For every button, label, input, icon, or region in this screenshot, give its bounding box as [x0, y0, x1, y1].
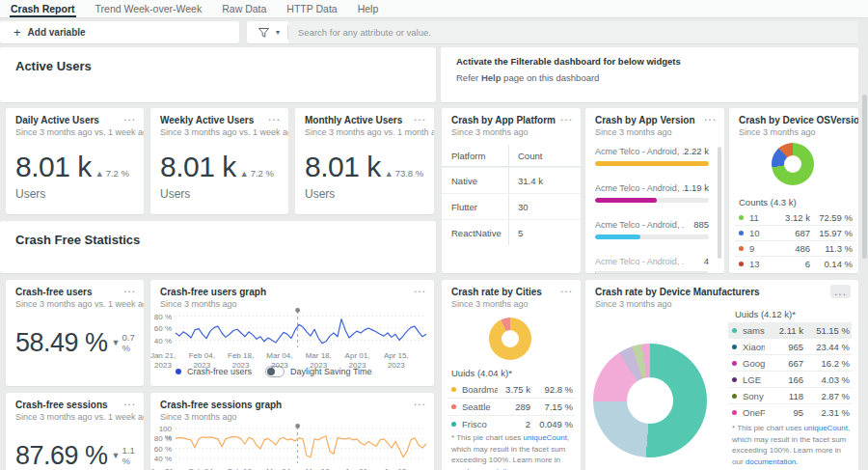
legend-row[interactable]: Boardman3.75 k92.8 %: [448, 381, 575, 398]
section-title: Crash Free Statistics: [15, 233, 140, 247]
legend-label: 9: [749, 243, 777, 254]
legend-percent: 2.31 %: [803, 407, 852, 418]
widget-menu-button[interactable]: ...: [123, 282, 136, 295]
legend-row[interactable]: Xiaomi96523.44 %: [728, 338, 852, 354]
legend-row[interactable]: LGE1664.03 %: [728, 371, 852, 387]
legend-percent: 11.3 %: [810, 243, 854, 254]
bar-row[interactable]: Acme Telco - Android, ...2.22 k: [595, 147, 709, 166]
widget-scrollbar[interactable]: [718, 147, 721, 259]
legend-row[interactable]: 1068715.97 %: [735, 225, 854, 240]
legend-dot: [732, 345, 737, 349]
cities-donut-chart[interactable]: [489, 318, 531, 360]
legend-dot: [732, 410, 737, 415]
search-input[interactable]: [288, 26, 813, 39]
legend-row[interactable]: 113.12 k72.59 %: [735, 210, 854, 225]
x-axis-label: Apr 01, 2023: [345, 351, 370, 371]
bar-label: Acme Telco - Android, ...: [595, 257, 684, 266]
metric-value: 87.69 %: [15, 443, 108, 469]
legend-percent: 0.14 %: [810, 259, 854, 269]
bar-row[interactable]: Acme Telco - Android, ...4: [595, 257, 709, 273]
page-scrollbar[interactable]: [862, 95, 867, 259]
widget-subtitle: Since 3 months ago: [739, 127, 816, 137]
section-crash-free: Crash Free Statistics: [0, 221, 436, 273]
legend-row[interactable]: samsung2.11 k51.15 %: [728, 322, 852, 338]
x-axis-label: Mar 04, 2023: [266, 351, 292, 371]
widget-crash-free-users: Crash-free users ... Since 3 months ago …: [6, 280, 144, 386]
widget-subtitle: Since 3 months ago vs. 1 week ago: [15, 127, 144, 137]
legend-row[interactable]: OnePlus952.31 %: [728, 403, 852, 420]
legend-row[interactable]: Seattle2897.15 %: [448, 398, 575, 415]
legend-percent: 15.97 %: [810, 228, 854, 238]
widget-menu-button[interactable]: ...: [123, 110, 136, 124]
tab-raw-data[interactable]: Raw Data: [221, 0, 267, 17]
section-active-users: Active Users: [0, 47, 436, 102]
widget-daily-active-users: Daily Active Users ... Since 3 months ag…: [6, 108, 144, 214]
manufacturers-legend: samsung2.11 k51.15 %Xiaomi96523.44 %Goog…: [728, 322, 852, 420]
table-row[interactable]: Flutter30: [442, 193, 581, 219]
metric-delta: ▼1.1 %: [112, 445, 144, 466]
widget-menu-button[interactable]: ...: [838, 110, 851, 124]
widget-menu-button[interactable]: ...: [560, 282, 573, 295]
legend-dot: [732, 328, 737, 333]
uniquecount-link[interactable]: uniqueCount: [524, 433, 567, 442]
legend-dot: [451, 387, 456, 392]
legend-row[interactable]: 948611.3 %: [735, 240, 854, 256]
legend-row[interactable]: Frisco20.049 %: [448, 415, 575, 432]
metric-unit: Users: [160, 187, 274, 201]
widget-menu-button[interactable]: ...: [704, 110, 717, 124]
uniquecount-link[interactable]: uniqueCount: [804, 424, 848, 432]
tab-crash-report[interactable]: Crash Report: [10, 0, 76, 17]
legend-value: 687: [777, 228, 810, 238]
legend-percent: 16.2 %: [803, 358, 852, 369]
filter-menu-button[interactable]: ▾: [247, 28, 287, 38]
x-axis-label: Mar 18, 2023: [306, 351, 332, 371]
legend-title: Counts (4.3 k): [739, 197, 797, 207]
y-axis-label: 80 %: [150, 434, 172, 443]
table-header-row: PlatformCount: [442, 145, 581, 167]
line-chart: [150, 393, 434, 470]
add-variable-button[interactable]: + Add variable: [0, 21, 239, 43]
osversion-donut-chart[interactable]: [772, 143, 814, 185]
info-line2: Refer Help page on this dashboard: [456, 72, 599, 83]
table-row[interactable]: ReactNative5: [442, 219, 581, 245]
legend-row[interactable]: Sony1182.87 %: [728, 387, 852, 403]
manufacturers-donut-chart[interactable]: [593, 344, 707, 457]
metric-value: 8.01 k: [15, 152, 92, 181]
legend-label: Sony: [743, 391, 765, 401]
legend-value: 486: [777, 243, 810, 254]
metric-delta: ▲73.8 %: [385, 168, 424, 179]
legend-label: samsung: [743, 325, 765, 336]
legend-dot: [732, 361, 737, 366]
bar-row[interactable]: Acme Telco - Android, ...1.19 k: [595, 183, 709, 203]
bar-value: 885: [684, 220, 709, 231]
legend-row[interactable]: Google66716.2 %: [728, 354, 852, 371]
table-row[interactable]: Native31.4 k: [442, 167, 581, 193]
widget-menu-button[interactable]: ...: [268, 110, 281, 124]
widget-title: Crash by App Platform: [451, 115, 556, 125]
legend-label: Google: [743, 358, 765, 369]
widget-menu-button[interactable]: ...: [560, 110, 573, 124]
widget-menu-button[interactable]: ...: [414, 110, 426, 124]
bar-label: Acme Telco - Android, ...: [595, 220, 684, 230]
legend-value: 289: [498, 401, 530, 412]
x-axis-label: Apr 15, 2023: [384, 351, 409, 371]
series-dot[interactable]: [176, 369, 181, 374]
tab-trend-week-over-week[interactable]: Trend Week-over-Week: [95, 0, 203, 17]
y-axis-label: 80 %: [150, 313, 172, 321]
bar-row[interactable]: Acme Telco - Android, ...885: [595, 220, 709, 239]
widget-subtitle: Since 3 months ago: [451, 299, 529, 309]
widget-title: Crash-free sessions: [15, 400, 108, 410]
legend-row[interactable]: 1360.14 %: [735, 256, 854, 271]
legend-dot: [739, 215, 744, 220]
arrow-up-icon: ▲: [95, 169, 104, 179]
documentation-link[interactable]: documentation.: [746, 457, 799, 466]
pie-footnote: * This pie chart uses uniqueCount, which…: [451, 432, 573, 470]
tab-help[interactable]: Help: [357, 0, 380, 17]
widget-menu-button[interactable]: ...: [830, 285, 851, 298]
annotation-marker[interactable]: [295, 308, 300, 313]
annotation-marker[interactable]: [295, 424, 300, 429]
widget-menu-button[interactable]: ...: [123, 395, 136, 408]
legend-value: 2.11 k: [765, 325, 803, 336]
legend-value: 6: [777, 259, 810, 269]
tab-http-data[interactable]: HTTP Data: [285, 0, 338, 17]
